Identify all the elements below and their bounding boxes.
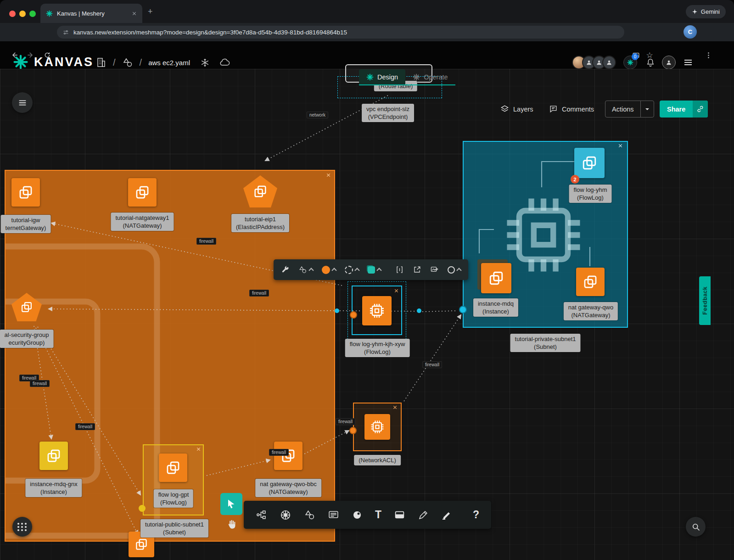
organization-icon[interactable] (95, 57, 106, 68)
apps-grid-button[interactable] (12, 517, 32, 537)
card-tool-button[interactable] (394, 509, 405, 521)
node-natgateway-bbc-icon[interactable] (274, 442, 303, 470)
notes-tool-button[interactable] (328, 509, 339, 521)
node-flowlog-yhm-icon[interactable] (574, 148, 605, 178)
meshsync-snowflake-icon[interactable] (200, 58, 210, 67)
port-handle[interactable] (139, 505, 146, 512)
design-mode-icon (366, 73, 374, 81)
add-image-button[interactable] (430, 265, 439, 274)
node-label-flowlog-gpt[interactable]: flow log-gpt(FlowLog) (154, 489, 193, 508)
group-style-dropdown[interactable] (368, 266, 381, 274)
node-flowlog-kjh-icon[interactable] (362, 296, 392, 325)
node-flowlog-gpt-icon[interactable] (159, 454, 187, 482)
marker-tool-button[interactable] (441, 510, 452, 521)
copy-link-icon[interactable] (693, 101, 708, 118)
node-instance-mdq-icon[interactable] (481, 263, 511, 293)
gemini-button[interactable]: Gemini (686, 5, 726, 18)
selection-handle[interactable] (417, 308, 421, 313)
edge-label-network: network (307, 112, 328, 118)
site-settings-icon[interactable] (62, 29, 69, 36)
share-button[interactable]: Share (660, 101, 708, 118)
border-style-dropdown[interactable] (345, 266, 359, 274)
pan-tool-button[interactable] (224, 517, 239, 532)
remove-handle-icon[interactable] (392, 405, 398, 410)
node-natgateway-qwo-icon[interactable] (576, 268, 605, 296)
remove-handle-icon[interactable] (196, 447, 201, 452)
new-tab-button[interactable]: + (148, 8, 153, 15)
user-avatar-button[interactable] (662, 56, 676, 69)
lens-dropdown[interactable] (448, 266, 461, 274)
select-tool-button[interactable] (220, 493, 242, 515)
browser-profile-avatar[interactable]: C (684, 25, 697, 39)
workspace-badge[interactable]: 0 (623, 56, 637, 69)
browser-tab[interactable]: Kanvas | Meshery (40, 4, 142, 23)
shapes-tool-button[interactable] (304, 509, 315, 521)
tab-operate[interactable]: Operate (405, 69, 455, 84)
dashed-circle-icon (345, 266, 353, 274)
actions-button[interactable]: Actions (605, 101, 654, 118)
zoom-search-button[interactable] (686, 517, 706, 537)
browser-menu-button[interactable] (702, 49, 714, 61)
node-label-instance-mdq[interactable]: instance-mdq(Instance) (473, 298, 518, 317)
port-handle[interactable] (349, 427, 357, 434)
node-label-public-subnet[interactable]: tutorial-public-subnet1(Subnet) (140, 519, 208, 538)
node-label-natgateway-bbc[interactable]: nat gateway-qwo-bbc(NATGateway) (255, 479, 321, 497)
close-window-button[interactable] (9, 11, 16, 17)
browser-tab-bar: Kanvas | Meshery + Gemini (0, 0, 734, 23)
node-label-instance-mdq-gnx[interactable]: instance-mdq-gnx(Instance) (25, 479, 82, 497)
node-label-private-subnet[interactable]: tutorial-private-subnet1(Subnet) (510, 334, 581, 352)
design-file-name[interactable]: aws ec2.yaml (148, 59, 190, 67)
tab-close-icon[interactable] (132, 11, 137, 16)
mode-toggle: Design Operate (359, 69, 455, 84)
tab-design[interactable]: Design (359, 69, 405, 84)
kubernetes-tool-button[interactable] (280, 509, 291, 521)
kanvas-brand[interactable]: KANVAS (13, 54, 94, 70)
node-label-tutorial-igw[interactable]: tutorial-igwternetGateway) (1, 215, 51, 233)
open-in-new-button[interactable] (413, 265, 421, 274)
remove-handle-icon[interactable] (326, 173, 331, 178)
port-handle[interactable] (459, 306, 467, 314)
remove-handle-icon[interactable] (394, 288, 399, 293)
layers-button[interactable]: Layers (500, 101, 533, 118)
node-label-security-group[interactable]: al-security-groupecurityGroup) (0, 330, 53, 348)
pen-tool-button[interactable] (418, 510, 429, 521)
workspace-icon[interactable] (122, 57, 133, 68)
gemini-label: Gemini (701, 8, 720, 15)
magnifier-icon (691, 522, 700, 532)
configure-wrench-button[interactable] (281, 265, 290, 274)
selection-handle[interactable] (335, 308, 339, 313)
port-handle[interactable] (350, 311, 357, 319)
rename-field-button[interactable] (395, 265, 404, 274)
components-tool-button[interactable] (352, 510, 363, 521)
chevron-up-icon (354, 268, 359, 273)
remove-handle-icon[interactable] (618, 143, 623, 148)
text-tool-button[interactable]: T (375, 509, 381, 521)
feedback-tab[interactable]: Feedback (699, 276, 711, 325)
node-label-networkacl[interactable]: (NetworkACL) (354, 455, 401, 465)
node-label-flowlog-yhm[interactable]: flow log-yhm(FlowLog) (569, 185, 612, 203)
collaborator-avatar[interactable] (602, 56, 616, 69)
node-label-vpc-endpoint[interactable]: vpc endpoint-slz(VPCEndpoint) (362, 104, 414, 122)
node-label-natgateway-qwo[interactable]: nat gateway-qwo(NATGateway) (564, 302, 618, 320)
node-networkacl-icon[interactable] (364, 414, 390, 440)
help-button[interactable]: ? (473, 509, 479, 521)
node-tutorial-igw-icon[interactable] (11, 178, 40, 207)
node-label-tutorial-natgateway1[interactable]: tutorial-natgateway1(NATGateway) (111, 213, 174, 231)
maximize-window-button[interactable] (29, 11, 36, 17)
fill-color-dropdown[interactable] (322, 266, 336, 274)
node-instance-mdq-gnx-icon[interactable] (39, 442, 68, 470)
actions-caret[interactable] (641, 101, 654, 117)
canvas-menu-button[interactable] (12, 92, 33, 113)
node-label-tutorial-eip1[interactable]: tutorial-eip1(ElasticIPAddress) (231, 214, 289, 232)
header-menu-button[interactable] (681, 56, 695, 69)
flow-tool-button[interactable] (256, 509, 267, 521)
shapes-style-dropdown[interactable] (298, 265, 313, 274)
node-tutorial-natgateway1-icon[interactable] (128, 178, 157, 207)
minimize-window-button[interactable] (19, 11, 26, 17)
address-bar[interactable]: kanvas.new/extension/meshmap?mode=design… (57, 26, 624, 39)
node-label-flowlog-kjh[interactable]: flow log-yhm-kjh-xyw(FlowLog) (345, 339, 410, 357)
edge-label-firewall: firewall (196, 238, 216, 245)
comments-button[interactable]: Comments (549, 101, 594, 118)
notifications-bell-button[interactable] (644, 56, 657, 69)
cloud-save-icon[interactable] (219, 57, 230, 68)
